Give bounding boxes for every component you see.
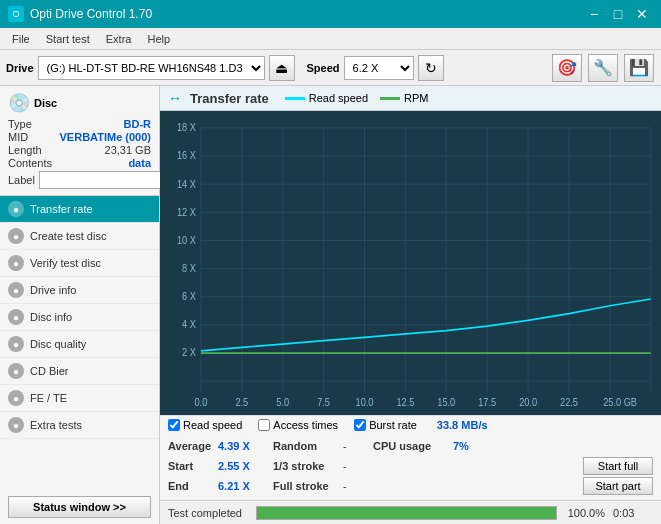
- close-button[interactable]: ✕: [631, 4, 653, 24]
- average-value: 4.39 X: [218, 440, 273, 452]
- nav: ●Transfer rate●Create test disc●Verify t…: [0, 196, 159, 490]
- end-label: End: [168, 480, 218, 492]
- status-text: Test completed: [168, 507, 248, 519]
- chart-legend: Read speed RPM: [285, 92, 429, 104]
- nav-item-disc-quality[interactable]: ●Disc quality: [0, 331, 159, 358]
- legend-read-speed-color: [285, 97, 305, 100]
- type-label: Type: [8, 118, 32, 130]
- nav-label-transfer-rate: Transfer rate: [30, 203, 93, 215]
- nav-label-fe-te: FE / TE: [30, 392, 67, 404]
- progress-bar-container: [256, 506, 557, 520]
- eject-button[interactable]: ⏏: [269, 55, 295, 81]
- full-stroke-label: Full stroke: [273, 480, 343, 492]
- legend-rpm-color: [380, 97, 400, 100]
- svg-text:14 X: 14 X: [177, 178, 196, 190]
- menubar: FileStart testExtraHelp: [0, 28, 661, 50]
- nav-label-verify-test-disc: Verify test disc: [30, 257, 101, 269]
- data-rows: Average 4.39 X Random - CPU usage 7% Sta…: [160, 434, 661, 500]
- svg-rect-0: [160, 111, 661, 415]
- refresh-button[interactable]: ↻: [418, 55, 444, 81]
- svg-text:12.5: 12.5: [396, 397, 414, 409]
- start-part-button[interactable]: Start part: [583, 477, 653, 495]
- read-speed-checkbox-text: Read speed: [183, 419, 242, 431]
- nav-item-fe-te[interactable]: ●FE / TE: [0, 385, 159, 412]
- access-times-checkbox-label[interactable]: Access times: [258, 419, 338, 431]
- mid-value: VERBATIMe (000): [60, 131, 151, 143]
- nav-item-cd-bier[interactable]: ●CD Bier: [0, 358, 159, 385]
- menu-item-extra[interactable]: Extra: [98, 31, 140, 47]
- save-button[interactable]: 💾: [624, 54, 654, 82]
- third-stroke-label: 1/3 stroke: [273, 460, 343, 472]
- menu-item-start-test[interactable]: Start test: [38, 31, 98, 47]
- drive-label: Drive: [6, 62, 34, 74]
- third-stroke-value: -: [343, 460, 373, 472]
- disc-header: 💿 Disc: [8, 92, 151, 114]
- svg-text:2 X: 2 X: [182, 347, 196, 359]
- menu-item-file[interactable]: File: [4, 31, 38, 47]
- app-icon: O: [8, 6, 24, 22]
- burst-rate-checkbox-text: Burst rate: [369, 419, 417, 431]
- contents-label: Contents: [8, 157, 52, 169]
- chart-container: 18 X 16 X 14 X 12 X 10 X 8 X 6 X 4 X 2 X…: [160, 111, 661, 415]
- label-input[interactable]: [39, 171, 172, 189]
- nav-item-extra-tests[interactable]: ●Extra tests: [0, 412, 159, 439]
- titlebar-controls: − □ ✕: [583, 4, 653, 24]
- length-label: Length: [8, 144, 42, 156]
- disc-mid-row: MID VERBATIMe (000): [8, 131, 151, 143]
- status-window-button[interactable]: Status window >>: [8, 496, 151, 518]
- toolbar: Drive (G:) HL-DT-ST BD-RE WH16NS48 1.D3 …: [0, 50, 661, 86]
- disc-type-row: Type BD-R: [8, 118, 151, 130]
- svg-text:6 X: 6 X: [182, 291, 196, 303]
- chart-header: ↔ Transfer rate Read speed RPM: [160, 86, 661, 111]
- access-times-checkbox[interactable]: [258, 419, 270, 431]
- maximize-button[interactable]: □: [607, 4, 629, 24]
- nav-item-create-test-disc[interactable]: ●Create test disc: [0, 223, 159, 250]
- time-display: 0:03: [613, 507, 653, 519]
- disc-header-text: Disc: [34, 97, 57, 109]
- progress-bar-fill: [257, 507, 556, 519]
- svg-text:16 X: 16 X: [177, 150, 196, 162]
- svg-text:10 X: 10 X: [177, 234, 196, 246]
- length-value: 23,31 GB: [105, 144, 151, 156]
- nav-item-drive-info[interactable]: ●Drive info: [0, 277, 159, 304]
- nav-item-transfer-rate[interactable]: ●Transfer rate: [0, 196, 159, 223]
- minimize-button[interactable]: −: [583, 4, 605, 24]
- contents-value: data: [128, 157, 151, 169]
- nav-item-verify-test-disc[interactable]: ●Verify test disc: [0, 250, 159, 277]
- svg-text:4 X: 4 X: [182, 319, 196, 331]
- chart-svg: 18 X 16 X 14 X 12 X 10 X 8 X 6 X 4 X 2 X…: [160, 111, 661, 415]
- start-full-button[interactable]: Start full: [583, 457, 653, 475]
- svg-text:12 X: 12 X: [177, 206, 196, 218]
- burst-rate-checkbox[interactable]: [354, 419, 366, 431]
- app-title: Opti Drive Control 1.70: [30, 7, 152, 21]
- menu-item-help[interactable]: Help: [139, 31, 178, 47]
- nav-icon-create-test-disc: ●: [8, 228, 24, 244]
- nav-item-disc-info[interactable]: ●Disc info: [0, 304, 159, 331]
- nav-label-disc-quality: Disc quality: [30, 338, 86, 350]
- end-row: End 6.21 X Full stroke - Start part: [168, 476, 653, 496]
- random-label: Random: [273, 440, 343, 452]
- full-stroke-value: -: [343, 480, 373, 492]
- speed-select[interactable]: 6.2 X: [344, 56, 414, 80]
- nav-label-cd-bier: CD Bier: [30, 365, 69, 377]
- progress-area: Test completed 100.0% 0:03: [160, 500, 661, 524]
- mid-label: MID: [8, 131, 28, 143]
- chart-icon: ↔: [168, 90, 182, 106]
- burst-rate-checkbox-label[interactable]: Burst rate: [354, 419, 417, 431]
- settings-button[interactable]: 🔧: [588, 54, 618, 82]
- drive-select[interactable]: (G:) HL-DT-ST BD-RE WH16NS48 1.D3: [38, 56, 265, 80]
- main-layout: 💿 Disc Type BD-R MID VERBATIMe (000) Len…: [0, 86, 661, 524]
- cpu-label: CPU usage: [373, 440, 453, 452]
- read-speed-checkbox[interactable]: [168, 419, 180, 431]
- nav-icon-disc-info: ●: [8, 309, 24, 325]
- stats-checkboxes-row: Read speed Access times Burst rate 33.8 …: [160, 415, 661, 434]
- svg-text:5.0: 5.0: [276, 397, 289, 409]
- target-button[interactable]: 🎯: [552, 54, 582, 82]
- svg-text:10.0: 10.0: [356, 397, 374, 409]
- nav-label-disc-info: Disc info: [30, 311, 72, 323]
- svg-text:0.0: 0.0: [195, 397, 208, 409]
- svg-text:15.0: 15.0: [437, 397, 455, 409]
- titlebar: O Opti Drive Control 1.70 − □ ✕: [0, 0, 661, 28]
- read-speed-checkbox-label[interactable]: Read speed: [168, 419, 242, 431]
- nav-icon-cd-bier: ●: [8, 363, 24, 379]
